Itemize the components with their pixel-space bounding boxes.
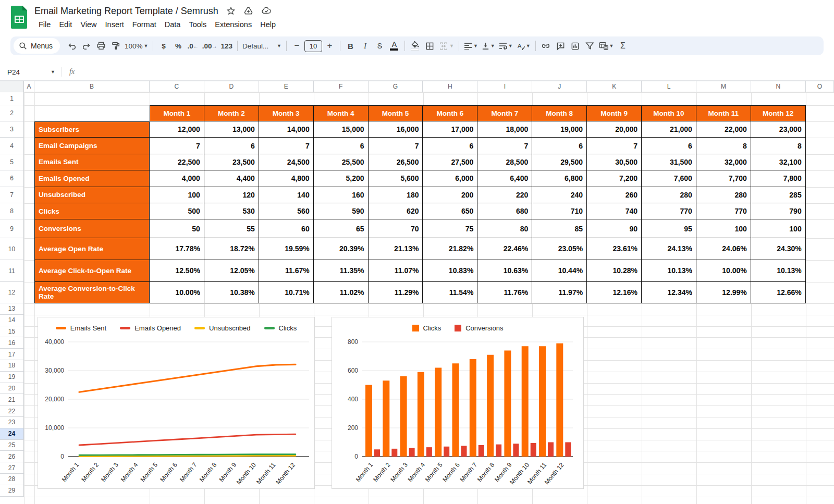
- menus-search-button[interactable]: Menus: [14, 38, 60, 54]
- table-cell[interactable]: 100: [150, 187, 204, 203]
- row-header-21[interactable]: 21: [0, 394, 24, 405]
- table-cell[interactable]: 15,000: [314, 121, 369, 138]
- column-header-F[interactable]: F: [314, 81, 369, 92]
- column-header-A[interactable]: A: [24, 81, 34, 92]
- table-cell[interactable]: 770: [696, 203, 751, 219]
- format-percent-button[interactable]: %: [171, 39, 185, 53]
- table-cell[interactable]: 23.61%: [587, 238, 642, 260]
- table-cell[interactable]: 85: [532, 219, 587, 238]
- table-views-button[interactable]: ▼: [597, 39, 616, 53]
- row-header-25[interactable]: 25: [0, 440, 24, 451]
- table-row-label[interactable]: Emails Opened: [34, 170, 150, 187]
- column-header-D[interactable]: D: [204, 81, 259, 92]
- table-cell[interactable]: 220: [477, 187, 532, 203]
- row-header-4[interactable]: 4: [0, 138, 24, 154]
- document-status-cloud-icon[interactable]: [261, 6, 272, 16]
- row-header-2[interactable]: 2: [0, 105, 24, 121]
- table-cell[interactable]: 95: [642, 219, 696, 238]
- table-cell[interactable]: 11.02%: [314, 282, 369, 303]
- text-rotation-button[interactable]: A▼: [515, 39, 532, 53]
- table-cell[interactable]: 7: [259, 138, 314, 154]
- table-cell[interactable]: 650: [423, 203, 477, 219]
- table-row-label[interactable]: Average Click-to-Open Rate: [34, 260, 150, 282]
- table-cell[interactable]: 6: [204, 138, 259, 154]
- row-header-18[interactable]: 18: [0, 360, 24, 372]
- table-cell[interactable]: 11.67%: [259, 260, 314, 282]
- table-cell[interactable]: 8: [696, 138, 751, 154]
- table-month-header[interactable]: Month 5: [369, 105, 423, 121]
- table-month-header[interactable]: Month 12: [751, 105, 806, 121]
- table-cell[interactable]: 4,000: [150, 170, 204, 187]
- table-row-label[interactable]: Subscribers: [34, 121, 150, 138]
- table-cell[interactable]: 6,800: [532, 170, 587, 187]
- table-cell[interactable]: 7,700: [696, 170, 751, 187]
- row-header-27[interactable]: 27: [0, 462, 24, 474]
- horizontal-align-button[interactable]: ▼: [462, 39, 480, 53]
- table-cell[interactable]: 4,400: [204, 170, 259, 187]
- table-cell[interactable]: 8: [751, 138, 806, 154]
- line-chart[interactable]: Emails SentEmails OpenedUnsubscribedClic…: [38, 317, 315, 489]
- table-cell[interactable]: 280: [642, 187, 696, 203]
- bar-chart[interactable]: ClicksConversions0200400600800Month 1Mon…: [332, 317, 584, 489]
- table-cell[interactable]: 19.59%: [259, 238, 314, 260]
- table-cell[interactable]: 770: [642, 203, 696, 219]
- table-cell[interactable]: 10.38%: [204, 282, 259, 303]
- table-month-header[interactable]: Month 7: [477, 105, 532, 121]
- table-cell[interactable]: 19,000: [532, 121, 587, 138]
- table-cell[interactable]: 12.50%: [150, 260, 204, 282]
- font-size-input[interactable]: 10: [304, 40, 322, 52]
- table-row-label[interactable]: Unsubscribed: [34, 187, 150, 203]
- redo-button[interactable]: [79, 39, 93, 53]
- menu-view[interactable]: View: [76, 19, 101, 30]
- table-cell[interactable]: 10.83%: [423, 260, 477, 282]
- row-header-5[interactable]: 5: [0, 154, 24, 170]
- table-cell[interactable]: 25,500: [314, 154, 369, 170]
- italic-button[interactable]: I: [358, 39, 372, 53]
- table-cell[interactable]: 21.13%: [369, 238, 423, 260]
- table-cell[interactable]: 10.13%: [751, 260, 806, 282]
- table-cell[interactable]: 17,000: [423, 121, 477, 138]
- table-cell[interactable]: 11.54%: [423, 282, 477, 303]
- column-header-M[interactable]: M: [696, 81, 751, 92]
- table-cell[interactable]: 10.44%: [532, 260, 587, 282]
- table-cell[interactable]: 22,000: [696, 121, 751, 138]
- insert-chart-button[interactable]: [568, 39, 582, 53]
- table-cell[interactable]: 200: [423, 187, 477, 203]
- table-cell[interactable]: 10.00%: [696, 260, 751, 282]
- table-cell[interactable]: 5,600: [369, 170, 423, 187]
- table-cell[interactable]: 180: [369, 187, 423, 203]
- insert-link-button[interactable]: [539, 39, 553, 53]
- table-month-header[interactable]: Month 10: [642, 105, 696, 121]
- row-header-24[interactable]: 24: [0, 428, 24, 440]
- table-cell[interactable]: 10.71%: [259, 282, 314, 303]
- merge-cells-button[interactable]: ▼: [437, 39, 456, 53]
- table-cell[interactable]: 740: [587, 203, 642, 219]
- table-month-header[interactable]: Month 1: [150, 105, 204, 121]
- table-cell[interactable]: 18,000: [477, 121, 532, 138]
- table-cell[interactable]: 26,500: [369, 154, 423, 170]
- table-cell[interactable]: 140: [259, 187, 314, 203]
- menu-extensions[interactable]: Extensions: [211, 19, 256, 30]
- borders-button[interactable]: [423, 39, 437, 53]
- table-row-label[interactable]: Average Open Rate: [34, 238, 150, 260]
- vertical-align-button[interactable]: ▼: [480, 39, 497, 53]
- row-header-10[interactable]: 10: [0, 238, 24, 260]
- table-cell[interactable]: 31,500: [642, 154, 696, 170]
- table-row-label[interactable]: Emails Sent: [34, 154, 150, 170]
- row-header-19[interactable]: 19: [0, 372, 24, 383]
- move-to-drive-icon[interactable]: [243, 6, 254, 16]
- column-header-C[interactable]: C: [150, 81, 204, 92]
- table-month-header[interactable]: Month 9: [587, 105, 642, 121]
- table-cell[interactable]: 100: [696, 219, 751, 238]
- table-month-header[interactable]: Month 6: [423, 105, 477, 121]
- table-cell[interactable]: 12.05%: [204, 260, 259, 282]
- table-cell[interactable]: 240: [532, 187, 587, 203]
- table-cell[interactable]: 5,200: [314, 170, 369, 187]
- paint-format-button[interactable]: [108, 39, 122, 53]
- table-cell[interactable]: 120: [204, 187, 259, 203]
- table-cell[interactable]: 590: [314, 203, 369, 219]
- table-cell[interactable]: 24.30%: [751, 238, 806, 260]
- table-cell[interactable]: 32,100: [751, 154, 806, 170]
- table-cell[interactable]: 23.05%: [532, 238, 587, 260]
- table-cell[interactable]: 10.28%: [587, 260, 642, 282]
